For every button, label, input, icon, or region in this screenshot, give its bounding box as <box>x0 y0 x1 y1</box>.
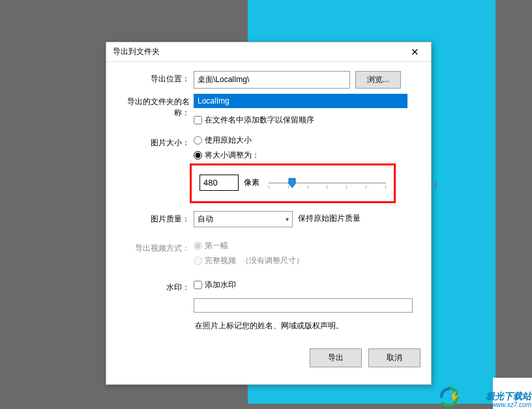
radio-resize-label: 将大小调整为： <box>205 150 259 161</box>
watermark-checkbox[interactable] <box>194 281 202 289</box>
row-image-size: 图片大小： 使用原始大小 将大小调整为： 像素 <box>117 135 421 203</box>
dialog-content: 导出位置： 浏览... 导出的文件夹的名称： LocalImg 在文件名中添加数… <box>106 62 431 378</box>
watermark-text-input[interactable] <box>194 298 413 313</box>
radio-resize[interactable]: 将大小调整为： <box>194 150 259 161</box>
radio-full-label: 完整视频 <box>205 255 236 266</box>
label-location: 导出位置： <box>117 71 194 85</box>
close-button[interactable]: ✕ <box>402 44 427 61</box>
quality-note: 保持原始图片质量 <box>298 211 361 227</box>
brand-name: 极光下载站 <box>486 391 531 401</box>
slider-track <box>269 182 386 184</box>
quality-value: 自动 <box>198 214 213 225</box>
watermark-checkbox-label: 添加水印 <box>205 279 236 290</box>
titlebar: 导出到文件夹 ✕ <box>106 42 431 62</box>
location-input[interactable] <box>194 71 350 89</box>
radio-first-frame: 第一幅 <box>194 240 228 251</box>
chevron-down-icon: ▾ <box>286 216 289 223</box>
label-video: 导出视频方式： <box>117 240 194 254</box>
cancel-button[interactable]: 取消 <box>368 348 421 367</box>
watermark-checkbox-wrap[interactable]: 添加水印 <box>194 279 236 290</box>
dialog-title: 导出到文件夹 <box>113 46 402 57</box>
row-location: 导出位置： 浏览... <box>117 71 421 89</box>
label-watermark: 水印： <box>117 279 194 293</box>
export-dialog: 导出到文件夹 ✕ 导出位置： 浏览... 导出的文件夹的名称： LocalImg… <box>106 42 432 385</box>
pixel-input[interactable] <box>200 175 239 191</box>
slider-overflow-tick <box>436 182 436 190</box>
slider-ticks <box>269 186 386 189</box>
label-quality: 图片质量： <box>117 211 194 225</box>
brand-logo-icon <box>438 386 460 408</box>
quality-select[interactable]: 自动 ▾ <box>194 211 293 227</box>
label-image-size: 图片大小： <box>117 135 194 148</box>
row-video: 导出视频方式： 第一幅 完整视频 （没有调整尺寸） <box>117 240 421 270</box>
watermark-note: 在照片上标记您的姓名、网域或版权声明。 <box>195 320 421 331</box>
radio-full-note: （没有调整尺寸） <box>241 255 304 266</box>
close-icon: ✕ <box>411 46 419 58</box>
browse-button[interactable]: 浏览... <box>355 71 401 89</box>
preserve-order-label: 在文件名中添加数字以保留顺序 <box>205 115 314 126</box>
export-button[interactable]: 导出 <box>310 348 362 367</box>
pixel-unit-label: 像素 <box>244 177 259 188</box>
folder-name-input[interactable]: LocalImg <box>194 94 407 107</box>
row-quality: 图片质量： 自动 ▾ 保持原始图片质量 <box>117 211 421 227</box>
slider-thumb[interactable] <box>288 178 296 188</box>
dialog-footer: 导出 取消 <box>117 348 421 367</box>
resize-highlight-box: 像素 <box>190 163 396 203</box>
preserve-order-checkbox[interactable] <box>194 116 202 124</box>
row-watermark: 水印： 添加水印 在照片上标记您的姓名、网域或版权声明。 <box>117 279 421 331</box>
radio-original-size[interactable]: 使用原始大小 <box>194 135 252 146</box>
brand-watermark: 极光下载站 www.xz7.com <box>486 391 531 408</box>
row-folder-name: 导出的文件夹的名称： LocalImg 在文件名中添加数字以保留顺序 <box>117 94 421 130</box>
radio-full-video: 完整视频 （没有调整尺寸） <box>194 255 304 266</box>
label-folder-name: 导出的文件夹的名称： <box>117 94 194 119</box>
radio-first-label: 第一幅 <box>205 240 228 251</box>
radio-original-label: 使用原始大小 <box>205 135 252 146</box>
size-slider[interactable] <box>269 176 386 190</box>
brand-url: www.xz7.com <box>486 401 531 408</box>
